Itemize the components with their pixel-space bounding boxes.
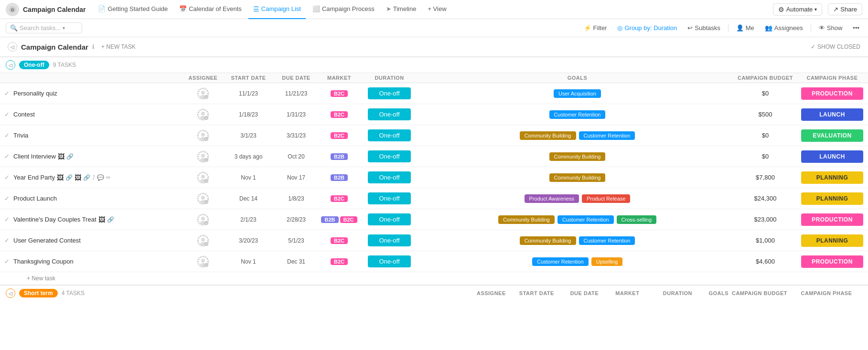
task-market-5[interactable]: B2C: [320, 195, 358, 202]
share-button[interactable]: ↗ Share: [828, 3, 862, 15]
assignee-avatar-8[interactable]: +: [197, 256, 209, 267]
goal-badge-0-2[interactable]: Community Building: [520, 131, 576, 140]
task-duration-7[interactable]: One-off: [358, 234, 420, 246]
tab-timeline[interactable]: ➤ Timeline: [381, 0, 421, 19]
assignee-avatar-1[interactable]: +: [197, 109, 209, 120]
subtasks-button[interactable]: ↩ Subtasks: [685, 23, 723, 32]
task-phase-4[interactable]: PLANNING: [796, 171, 868, 184]
market-badge-b2c-2[interactable]: B2C: [331, 132, 348, 139]
task-market-2[interactable]: B2C: [320, 132, 358, 139]
task-check-4[interactable]: ✓: [0, 174, 13, 181]
task-market-0[interactable]: B2C: [320, 90, 358, 97]
market-badge-b2b-6[interactable]: B2B: [321, 216, 338, 223]
task-market-6[interactable]: B2BB2C: [320, 216, 358, 223]
task-link-icon-6[interactable]: 🔗: [107, 216, 114, 223]
duration-badge-2[interactable]: One-off: [368, 129, 411, 141]
goal-badge-2-6[interactable]: Cross-selling: [617, 215, 657, 224]
task-duration-5[interactable]: One-off: [358, 192, 420, 204]
assignee-avatar-7[interactable]: +: [197, 235, 209, 246]
task-market-1[interactable]: B2C: [320, 111, 358, 118]
task-assignee-7[interactable]: +: [182, 235, 225, 246]
task-name-2[interactable]: Trivia: [13, 132, 28, 139]
goal-badge-1-7[interactable]: Customer Retention: [579, 236, 635, 245]
task-duration-3[interactable]: One-off: [358, 150, 420, 162]
task-check-5[interactable]: ✓: [0, 195, 13, 202]
duration-badge-1[interactable]: One-off: [368, 108, 411, 120]
task-phase-3[interactable]: LAUNCH: [796, 150, 868, 163]
info-icon[interactable]: ℹ: [92, 43, 95, 50]
task-name-7[interactable]: User Generated Contest: [13, 237, 81, 244]
tab-campaign-list[interactable]: ☰ Campaign List: [248, 0, 306, 19]
assignee-avatar-0[interactable]: +: [197, 88, 209, 99]
assignee-avatar-2[interactable]: +: [197, 130, 209, 141]
task-due-4[interactable]: Nov 17: [272, 174, 320, 181]
task-due-1[interactable]: 1/31/23: [272, 111, 320, 118]
market-badge-b2b-4[interactable]: B2B: [331, 174, 348, 181]
goal-badge-0-7[interactable]: Community Building: [520, 236, 576, 245]
search-dropdown-arrow[interactable]: ▾: [63, 25, 65, 31]
goal-badge-0-6[interactable]: Community Building: [498, 215, 555, 224]
goal-badge-0-0[interactable]: User Acquisition: [554, 89, 601, 98]
market-badge-b2c-1[interactable]: B2C: [331, 111, 348, 118]
assignee-avatar-6[interactable]: +: [197, 214, 209, 225]
task-assignee-0[interactable]: +: [182, 88, 225, 99]
goal-badge-0-1[interactable]: Customer Retention: [549, 110, 606, 119]
phase-badge-5[interactable]: PLANNING: [801, 192, 863, 205]
task-assignee-1[interactable]: +: [182, 109, 225, 120]
task-duration-2[interactable]: One-off: [358, 129, 420, 141]
task-assignee-4[interactable]: +: [182, 172, 225, 183]
task-budget-3[interactable]: $0: [734, 153, 796, 160]
task-start-4[interactable]: Nov 1: [225, 174, 272, 181]
task-branch-icon-4[interactable]: ⤴: [92, 174, 95, 181]
task-phase-7[interactable]: PLANNING: [796, 234, 868, 247]
goal-badge-0-5[interactable]: Product Awareness: [525, 194, 579, 203]
task-assignee-3[interactable]: +: [182, 151, 225, 162]
tab-campaign-process[interactable]: ⬜ Campaign Process: [308, 0, 379, 19]
task-duration-6[interactable]: One-off: [358, 213, 420, 225]
market-badge-b2c-6[interactable]: B2C: [340, 216, 357, 223]
task-budget-8[interactable]: $4,600: [734, 258, 796, 265]
phase-badge-2[interactable]: EVALUATION: [801, 129, 863, 142]
market-badge-b2c-5[interactable]: B2C: [331, 195, 348, 202]
task-due-3[interactable]: Oct 20: [272, 153, 320, 160]
assignee-avatar-3[interactable]: +: [197, 151, 209, 162]
phase-badge-4[interactable]: PLANNING: [801, 171, 863, 184]
task-start-0[interactable]: 11/1/23: [225, 90, 272, 97]
task-phase-0[interactable]: PRODUCTION: [796, 87, 868, 100]
task-link-icon-4[interactable]: 🔗: [65, 174, 73, 181]
task-check-6[interactable]: ✓: [0, 216, 13, 223]
task-phase-5[interactable]: PLANNING: [796, 192, 868, 205]
task-due-6[interactable]: 2/28/23: [272, 216, 320, 223]
goal-badge-1-2[interactable]: Customer Retention: [579, 131, 635, 140]
add-new-task-button[interactable]: + New task: [0, 272, 868, 285]
task-edit-icon-4[interactable]: ✏: [106, 174, 111, 181]
task-comment-icon-4[interactable]: 💬: [97, 174, 104, 181]
task-check-7[interactable]: ✓: [0, 237, 13, 244]
task-assignee-8[interactable]: +: [182, 256, 225, 267]
task-name-4[interactable]: Year End Party: [13, 174, 55, 181]
task-assignee-6[interactable]: +: [182, 214, 225, 225]
task-phase-1[interactable]: LAUNCH: [796, 108, 868, 121]
goal-badge-0-8[interactable]: Customer Retention: [532, 257, 589, 266]
task-duration-0[interactable]: One-off: [358, 87, 420, 99]
task-due-2[interactable]: 3/31/23: [272, 132, 320, 139]
task-due-0[interactable]: 11/21/23: [272, 90, 320, 97]
task-check-0[interactable]: ✓: [0, 90, 13, 97]
task-start-6[interactable]: 2/1/23: [225, 216, 272, 223]
task-start-7[interactable]: 3/20/23: [225, 237, 272, 244]
duration-badge-5[interactable]: One-off: [368, 192, 411, 204]
market-badge-b2c-8[interactable]: B2C: [331, 258, 348, 265]
duration-badge-8[interactable]: One-off: [368, 255, 411, 267]
market-badge-b2c-0[interactable]: B2C: [331, 90, 348, 97]
task-check-8[interactable]: ✓: [0, 258, 13, 265]
task-market-8[interactable]: B2C: [320, 258, 358, 265]
assignees-button[interactable]: 👥 Assignees: [762, 23, 806, 32]
task-link-icon-4[interactable]: 🔗: [83, 174, 90, 181]
me-button[interactable]: 👤 Me: [733, 23, 757, 32]
phase-badge-6[interactable]: PRODUCTION: [801, 213, 863, 226]
task-start-3[interactable]: 3 days ago: [225, 153, 272, 160]
task-duration-4[interactable]: One-off: [358, 171, 420, 183]
more-options-button[interactable]: •••: [850, 23, 862, 32]
phase-badge-8[interactable]: PRODUCTION: [801, 255, 863, 268]
task-phase-2[interactable]: EVALUATION: [796, 129, 868, 142]
